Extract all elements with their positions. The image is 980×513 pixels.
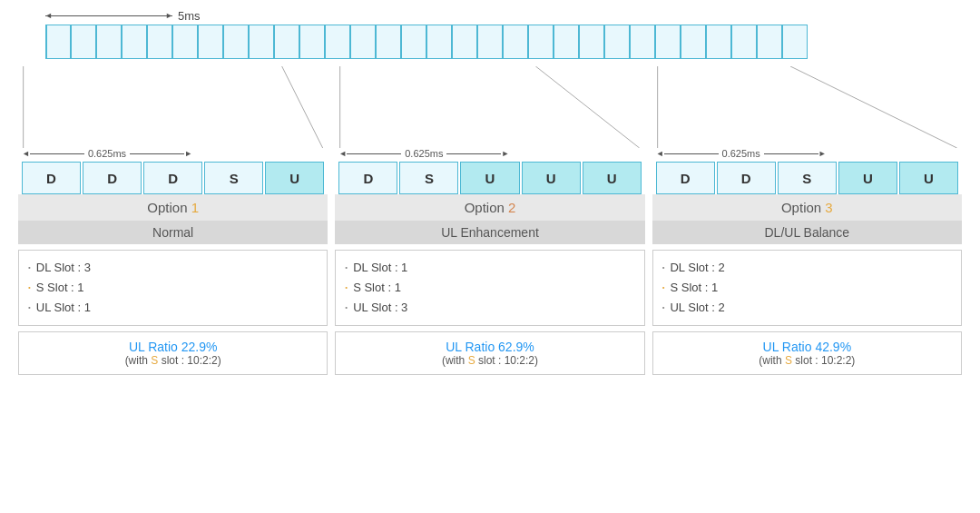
timeline-cell [223, 25, 249, 59]
svg-line-5 [790, 66, 957, 148]
info-box-2: •DL Slot : 1•S Slot : 1•UL Slot : 3 [335, 250, 644, 326]
timeline-cell [299, 25, 325, 59]
bullet-1-3: • [28, 301, 31, 314]
slot-info-1-1: DL Slot : 3 [36, 258, 91, 278]
slot-info-2-1: DL Slot : 1 [353, 258, 407, 278]
timeline-cell [477, 25, 503, 59]
slot-info-3-3: UL Slot : 2 [670, 298, 724, 318]
timeline-cell [96, 25, 122, 59]
option-label-3: Option [781, 200, 825, 215]
slot-3-1: D [656, 162, 715, 194]
main-container: ◄ ► 5ms ◄0.625ms►DDDSUOption 1Normal•DL … [0, 0, 980, 513]
bullet-2-1: • [345, 261, 348, 274]
slot-3-3: S [778, 162, 837, 194]
bullet-1-2: • [28, 281, 31, 294]
info-row-3-1: •DL Slot : 2 [662, 258, 952, 278]
bullet-2-2: • [345, 281, 348, 294]
timeline-cell [325, 25, 350, 59]
slot-row-3: DDSUU [652, 162, 962, 194]
bullet-2-3: • [345, 301, 348, 314]
bullet-3-2: • [662, 281, 665, 294]
timeline-bar [45, 25, 962, 59]
timeline-cell [706, 25, 731, 59]
slot-2-2: S [399, 162, 458, 194]
info-row-1-2: •S Slot : 1 [28, 278, 318, 298]
timeline-cell [604, 25, 630, 59]
slot-info-2-2: S Slot : 1 [353, 278, 401, 298]
ratio-box-1: UL Ratio 22.9% (with S slot : 10:2:2) [18, 331, 328, 375]
info-row-2-2: •S Slot : 1 [345, 278, 634, 298]
label-5ms: 5ms [178, 9, 201, 23]
timeline-cell [681, 25, 706, 59]
timeline-cell [45, 25, 71, 59]
option-row-1: Option 1 [18, 194, 328, 221]
slot-info-1-3: UL Slot : 1 [36, 298, 91, 318]
slot-1-3: D [143, 162, 202, 194]
column-1: ◄0.625ms►DDDSUOption 1Normal•DL Slot : 3… [18, 66, 328, 375]
slot-2-3: U [460, 162, 519, 194]
slot-info-1-2: S Slot : 1 [36, 278, 84, 298]
sub-label-row-2: ◄0.625ms► [335, 148, 644, 159]
timeline-cell [122, 25, 147, 59]
timeline-cell [249, 25, 274, 59]
timeline-section: ◄ ► 5ms [18, 9, 962, 59]
timeline-cell [376, 25, 401, 59]
timeline-cell [147, 25, 172, 59]
info-box-1: •DL Slot : 3•S Slot : 1•UL Slot : 1 [18, 250, 328, 326]
sub-arrow-3: ◄0.625ms► [656, 148, 827, 159]
info-row-1-1: •DL Slot : 3 [28, 258, 318, 278]
slot-3-5: U [899, 162, 958, 194]
timeline-cell [503, 25, 528, 59]
column-3: ◄0.625ms►DDSUUOption 3DL/UL Balance•DL S… [652, 66, 962, 375]
timeline-cell [731, 25, 757, 59]
option-label-2: Option [465, 200, 508, 215]
info-row-1-3: •UL Slot : 1 [28, 298, 318, 318]
option-label-1: Option [147, 200, 191, 215]
ratio-main-1: UL Ratio 22.9% [23, 340, 323, 354]
timeline-cell [426, 25, 452, 59]
timeline-cell [198, 25, 223, 59]
bullet-3-3: • [662, 301, 665, 314]
slot-row-2: DSUUU [335, 162, 644, 194]
info-box-3: •DL Slot : 2•S Slot : 1•UL Slot : 2 [652, 250, 962, 326]
s-highlight-3: S [785, 354, 792, 367]
s-highlight-1: S [151, 354, 158, 367]
ratio-main-3: UL Ratio 42.9% [657, 340, 957, 354]
ratio-sub-1: (with S slot : 10:2:2) [23, 354, 323, 367]
ratio-box-3: UL Ratio 42.9% (with S slot : 10:2:2) [652, 331, 962, 375]
slot-1-5: U [265, 162, 324, 194]
option-row-2: Option 2 [335, 194, 644, 221]
slot-1-1: D [22, 162, 81, 194]
slot-1-2: D [83, 162, 142, 194]
timeline-cell [172, 25, 198, 59]
funnel-area-1 [18, 66, 328, 148]
sub-arrow-1: ◄0.625ms► [22, 148, 192, 159]
timeline-cell [452, 25, 477, 59]
ratio-sub-3: (with S slot : 10:2:2) [657, 354, 957, 367]
ratio-box-2: UL Ratio 62.9% (with S slot : 10:2:2) [335, 331, 644, 375]
timeline-cell [630, 25, 655, 59]
info-row-2-1: •DL Slot : 1 [345, 258, 634, 278]
slot-info-3-2: S Slot : 1 [670, 278, 718, 298]
option-row-3: Option 3 [652, 194, 962, 221]
slot-info-2-3: UL Slot : 3 [353, 298, 407, 318]
mode-row-2: UL Enhancement [335, 221, 644, 244]
timeline-cell [528, 25, 554, 59]
timeline-cell [757, 25, 782, 59]
slot-2-4: U [522, 162, 581, 194]
option-number-1: 1 [191, 200, 199, 215]
timeline-cell [655, 25, 681, 59]
ratio-main-2: UL Ratio 62.9% [339, 340, 640, 354]
timeline-cell [71, 25, 96, 59]
timeline-cell [782, 25, 808, 59]
timeline-cell [554, 25, 579, 59]
mode-row-1: Normal [18, 221, 328, 244]
info-row-3-2: •S Slot : 1 [662, 278, 952, 298]
slot-2-1: D [338, 162, 397, 194]
timeline-cell [350, 25, 376, 59]
s-highlight-2: S [468, 354, 475, 367]
columns-section: ◄0.625ms►DDDSUOption 1Normal•DL Slot : 3… [18, 66, 962, 375]
timeline-cell [401, 25, 426, 59]
column-2: ◄0.625ms►DSUUUOption 2UL Enhancement•DL … [335, 66, 644, 375]
svg-line-1 [282, 66, 323, 148]
